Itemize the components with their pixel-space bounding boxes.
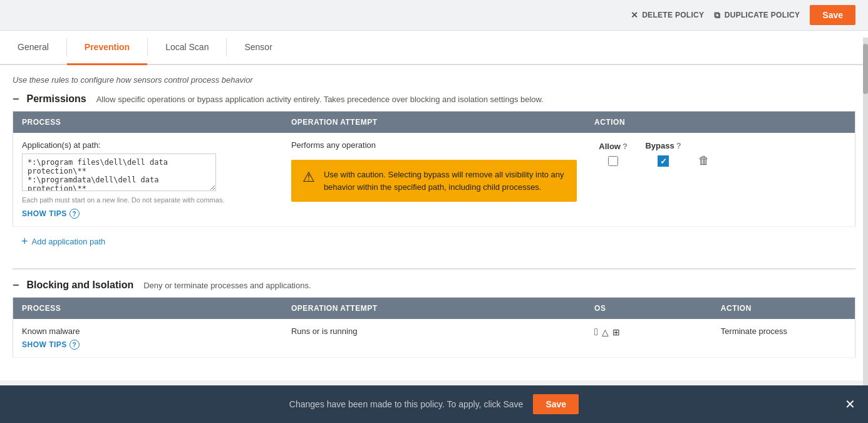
tab-sensor[interactable]: Sensor: [227, 31, 289, 65]
blocking-isolation-header: − Blocking and Isolation Deny or termina…: [13, 279, 855, 291]
tab-general[interactable]: General: [0, 31, 66, 65]
action-inner: Allow ? Bypass: [594, 140, 846, 167]
th-bi-os: OS: [586, 298, 712, 320]
permissions-title: Permissions: [27, 93, 86, 105]
duplicate-policy-button[interactable]: ⧉ DUPLICATE POLICY: [714, 10, 800, 21]
show-tips-help-icon: ?: [70, 209, 80, 219]
permissions-header: − Permissions Allow specific operations …: [13, 93, 855, 105]
blocking-description: Deny or terminate processes and applicat…: [143, 281, 311, 290]
th-bi-action: ACTION: [712, 298, 855, 320]
tab-bar: General Prevention Local Scan Sensor: [0, 31, 868, 65]
permissions-section: − Permissions Allow specific operations …: [13, 93, 855, 256]
warning-icon: ⚠: [302, 169, 315, 185]
tab-local-scan[interactable]: Local Scan: [148, 31, 226, 65]
th-action: ACTION: [586, 112, 855, 133]
duplicate-icon: ⧉: [714, 10, 720, 21]
allow-help-icon: ?: [623, 142, 628, 151]
bypass-action-item: Bypass ?: [644, 141, 682, 167]
th-bi-process: PROCESS: [13, 298, 282, 320]
th-bi-operation: OPERATION ATTEMPT: [282, 298, 586, 320]
delete-row-button[interactable]: 🗑: [695, 154, 713, 167]
blocking-table-header-row: PROCESS OPERATION ATTEMPT OS ACTION: [13, 298, 855, 320]
process-cell: Application(s) at path: Each path must s…: [13, 133, 282, 227]
show-tips-link-permissions[interactable]: SHOW TIPS ?: [22, 209, 274, 219]
bypass-checkbox[interactable]: [658, 155, 669, 167]
allow-label: Allow ?: [599, 142, 628, 151]
permissions-table: PROCESS OPERATION ATTEMPT ACTION Applica…: [13, 111, 855, 227]
warning-banner: ⚠ Use with caution. Selecting bypass wil…: [291, 160, 577, 202]
process-label: Application(s) at path:: [22, 140, 274, 150]
action-controls: Allow ? Bypass: [594, 140, 846, 167]
blocking-table: PROCESS OPERATION ATTEMPT OS ACTION Know…: [13, 297, 855, 358]
linux-icon: △: [602, 327, 609, 337]
delete-policy-button[interactable]: ✕ DELETE POLICY: [631, 10, 705, 20]
blocking-isolation-section: − Blocking and Isolation Deny or termina…: [13, 279, 855, 358]
add-application-path-button[interactable]: + Add application path: [13, 227, 855, 256]
bi-os-cell:  △ ⊞: [586, 319, 712, 358]
top-bar: ✕ DELETE POLICY ⧉ DUPLICATE POLICY Save: [0, 0, 868, 31]
bi-operation-text: Runs or is running: [291, 326, 358, 336]
scrollbar-track[interactable]: [863, 38, 868, 380]
warning-text: Use with caution. Selecting bypass will …: [324, 169, 566, 193]
permissions-table-header-row: PROCESS OPERATION ATTEMPT ACTION: [13, 112, 855, 133]
bi-action-cell: Terminate process: [712, 319, 855, 358]
bi-action-text: Terminate process: [721, 326, 787, 336]
show-tips-link-blocking[interactable]: SHOW TIPS ?: [22, 340, 274, 350]
os-icons:  △ ⊞: [594, 326, 703, 338]
save-button-top[interactable]: Save: [810, 5, 855, 25]
permissions-toggle[interactable]: −: [13, 93, 19, 105]
bypass-label: Bypass ?: [645, 141, 681, 150]
th-operation-attempt: OPERATION ATTEMPT: [282, 112, 586, 133]
allow-checkbox[interactable]: [608, 156, 618, 166]
bi-process-cell: Known malware SHOW TIPS ?: [13, 319, 282, 358]
path-hint: Each path must start on a new line. Do n…: [22, 196, 274, 205]
tab-prevention[interactable]: Prevention: [67, 31, 147, 65]
path-textarea[interactable]: [22, 154, 216, 191]
page-description: Use these rules to configure how sensors…: [13, 75, 855, 85]
windows-icon: ⊞: [612, 327, 620, 337]
main-content: Use these rules to configure how sensors…: [0, 65, 868, 380]
scrollbar-thumb[interactable]: [863, 44, 868, 94]
bypass-help-icon: ?: [676, 141, 681, 150]
apple-icon: : [594, 326, 598, 338]
section-separator: [13, 268, 855, 269]
bi-operation-cell: Runs or is running: [282, 319, 586, 358]
bi-process-text: Known malware: [22, 326, 274, 336]
delete-icon: ✕: [631, 10, 638, 20]
allow-action-item: Allow ?: [594, 142, 632, 166]
operation-text: Performs any operation: [291, 140, 577, 150]
add-icon: +: [21, 236, 28, 247]
permissions-description: Allow specific operations or bypass appl…: [96, 95, 544, 104]
blocking-toggle[interactable]: −: [13, 279, 19, 291]
action-cell: Allow ? Bypass: [586, 133, 855, 227]
show-tips-blocking-help-icon: ?: [70, 340, 80, 350]
blocking-title: Blocking and Isolation: [27, 279, 134, 291]
blocking-row: Known malware SHOW TIPS ? Runs or is run…: [13, 319, 855, 358]
th-process: PROCESS: [13, 112, 282, 133]
operation-cell: Performs any operation ⚠ Use with cautio…: [282, 133, 586, 227]
permissions-row: Application(s) at path: Each path must s…: [13, 133, 855, 227]
